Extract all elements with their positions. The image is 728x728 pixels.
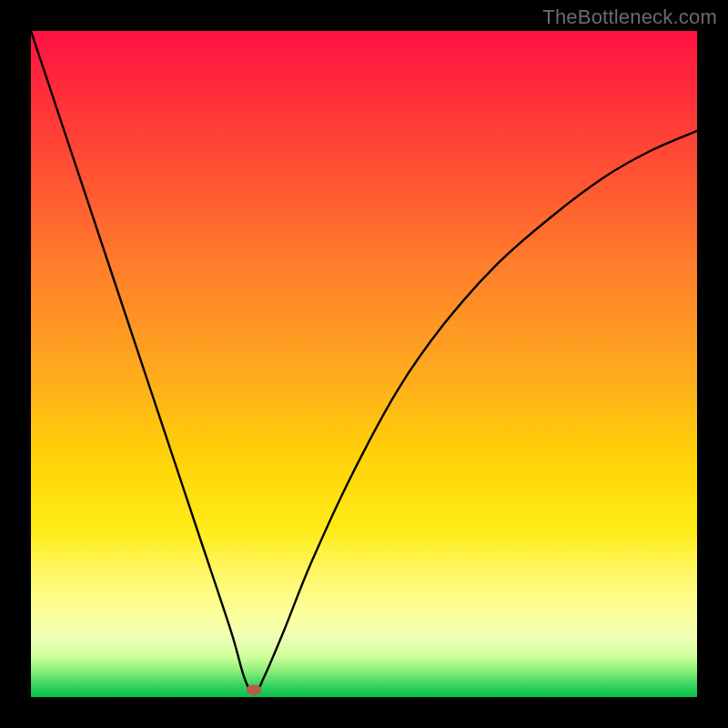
bottleneck-curve	[31, 31, 697, 697]
plot-area	[31, 31, 697, 697]
optimal-point-marker	[247, 684, 261, 694]
watermark-text: TheBottleneck.com	[542, 5, 717, 29]
chart-frame: TheBottleneck.com	[0, 0, 728, 728]
